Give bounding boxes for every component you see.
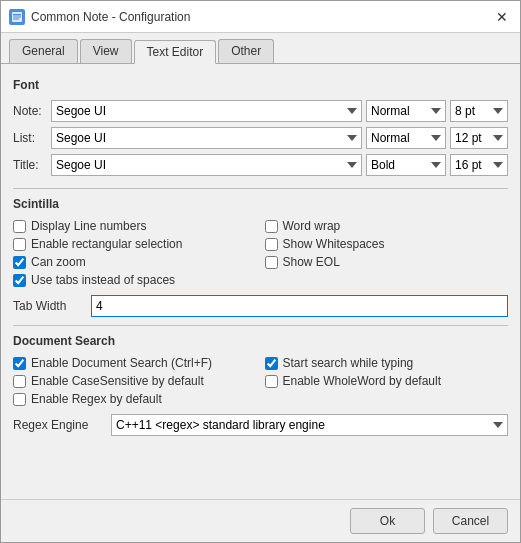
cb-enable-regex-label: Enable Regex by default	[31, 392, 162, 406]
cancel-button[interactable]: Cancel	[433, 508, 508, 534]
scintilla-checkboxes: Display Line numbers Word wrap Enable re…	[13, 219, 508, 287]
content-area: Font Note: Segoe UI Normal 8 pt List: Se…	[1, 64, 520, 499]
main-window: Common Note - Configuration ✕ General Vi…	[0, 0, 521, 543]
regex-engine-label: Regex Engine	[13, 418, 103, 432]
cb-whole-word-label: Enable WholeWord by default	[283, 374, 442, 388]
font-list-style[interactable]: Normal	[366, 127, 446, 149]
cb-show-whitespaces-label: Show Whitespaces	[283, 237, 385, 251]
scintilla-divider	[13, 325, 508, 326]
cb-display-line-numbers: Display Line numbers	[13, 219, 257, 233]
font-note-family[interactable]: Segoe UI	[51, 100, 362, 122]
font-list-label: List:	[13, 131, 51, 145]
font-row-note: Note: Segoe UI Normal 8 pt	[13, 100, 508, 122]
font-divider	[13, 188, 508, 189]
cb-start-search-typing-label: Start search while typing	[283, 356, 414, 370]
svg-rect-3	[13, 18, 19, 19]
font-title-label: Title:	[13, 158, 51, 172]
doc-search-section: Document Search Enable Document Search (…	[13, 334, 508, 436]
cb-whole-word-input[interactable]	[265, 375, 278, 388]
empty-cell-2	[265, 392, 509, 406]
cb-show-eol: Show EOL	[265, 255, 509, 269]
cb-case-sensitive: Enable CaseSensitive by default	[13, 374, 257, 388]
regex-engine-select[interactable]: C++11 <regex> standard library engine	[111, 414, 508, 436]
regex-row: Regex Engine C++11 <regex> standard libr…	[13, 414, 508, 436]
tab-bar: General View Text Editor Other	[1, 33, 520, 64]
tab-general[interactable]: General	[9, 39, 78, 63]
tab-text-editor[interactable]: Text Editor	[134, 40, 217, 64]
cb-can-zoom-input[interactable]	[13, 256, 26, 269]
font-list-family[interactable]: Segoe UI	[51, 127, 362, 149]
cb-start-search-typing-input[interactable]	[265, 357, 278, 370]
svg-rect-1	[13, 14, 21, 16]
tab-view[interactable]: View	[80, 39, 132, 63]
scintilla-section-label: Scintilla	[13, 197, 508, 211]
app-icon	[9, 9, 25, 25]
cb-enable-regex-input[interactable]	[13, 393, 26, 406]
cb-enable-regex: Enable Regex by default	[13, 392, 257, 406]
cb-use-tabs-input[interactable]	[13, 274, 26, 287]
ok-button[interactable]: Ok	[350, 508, 425, 534]
close-button[interactable]: ✕	[492, 7, 512, 27]
cb-rectangular-selection-label: Enable rectangular selection	[31, 237, 182, 251]
cb-can-zoom-label: Can zoom	[31, 255, 86, 269]
cb-word-wrap-label: Word wrap	[283, 219, 341, 233]
font-section-label: Font	[13, 78, 508, 92]
cb-display-line-numbers-label: Display Line numbers	[31, 219, 146, 233]
font-title-family[interactable]: Segoe UI	[51, 154, 362, 176]
cb-enable-doc-search-label: Enable Document Search (Ctrl+F)	[31, 356, 212, 370]
font-section: Font Note: Segoe UI Normal 8 pt List: Se…	[13, 78, 508, 176]
cb-show-eol-label: Show EOL	[283, 255, 340, 269]
doc-search-checkboxes: Enable Document Search (Ctrl+F) Start se…	[13, 356, 508, 406]
svg-rect-2	[13, 16, 21, 17]
font-title-style[interactable]: Bold	[366, 154, 446, 176]
cb-use-tabs: Use tabs instead of spaces	[13, 273, 257, 287]
cb-case-sensitive-input[interactable]	[13, 375, 26, 388]
window-title: Common Note - Configuration	[31, 10, 492, 24]
cb-rectangular-selection: Enable rectangular selection	[13, 237, 257, 251]
cb-rectangular-selection-input[interactable]	[13, 238, 26, 251]
tab-other[interactable]: Other	[218, 39, 274, 63]
cb-show-eol-input[interactable]	[265, 256, 278, 269]
font-row-title: Title: Segoe UI Bold 16 pt	[13, 154, 508, 176]
cb-case-sensitive-label: Enable CaseSensitive by default	[31, 374, 204, 388]
titlebar: Common Note - Configuration ✕	[1, 1, 520, 33]
cb-enable-doc-search: Enable Document Search (Ctrl+F)	[13, 356, 257, 370]
cb-use-tabs-label: Use tabs instead of spaces	[31, 273, 175, 287]
cb-show-whitespaces-input[interactable]	[265, 238, 278, 251]
tab-width-row: Tab Width	[13, 295, 508, 317]
font-list-size[interactable]: 12 pt	[450, 127, 508, 149]
scintilla-section: Scintilla Display Line numbers Word wrap…	[13, 197, 508, 317]
cb-show-whitespaces: Show Whitespaces	[265, 237, 509, 251]
font-note-style[interactable]: Normal	[366, 100, 446, 122]
font-note-label: Note:	[13, 104, 51, 118]
cb-enable-doc-search-input[interactable]	[13, 357, 26, 370]
font-row-list: List: Segoe UI Normal 12 pt	[13, 127, 508, 149]
cb-display-line-numbers-input[interactable]	[13, 220, 26, 233]
font-title-size[interactable]: 16 pt	[450, 154, 508, 176]
tab-width-label: Tab Width	[13, 299, 83, 313]
cb-whole-word: Enable WholeWord by default	[265, 374, 509, 388]
tab-width-input[interactable]	[91, 295, 508, 317]
cb-can-zoom: Can zoom	[13, 255, 257, 269]
cb-word-wrap: Word wrap	[265, 219, 509, 233]
cb-word-wrap-input[interactable]	[265, 220, 278, 233]
empty-cell	[265, 273, 509, 287]
font-note-size[interactable]: 8 pt	[450, 100, 508, 122]
doc-search-label: Document Search	[13, 334, 508, 348]
cb-start-search-typing: Start search while typing	[265, 356, 509, 370]
footer: Ok Cancel	[1, 499, 520, 542]
